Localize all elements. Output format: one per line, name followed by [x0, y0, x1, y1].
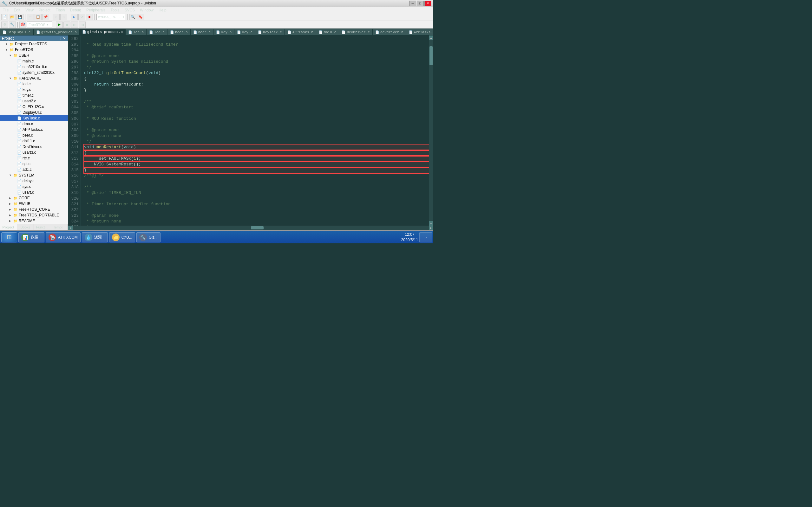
menu-window[interactable]: Window [137, 7, 156, 13]
tree-item-FWLIB[interactable]: ▶📁FWLIB [0, 201, 68, 207]
h-scroll-track[interactable] [72, 226, 429, 230]
tab-APPTasks-c-[interactable]: 📄APPTasks.c* [406, 29, 433, 35]
cut-btn[interactable]: ✂ [27, 14, 34, 20]
open-btn[interactable]: 📂 [9, 14, 16, 20]
taskbar-btn-folder[interactable]: 📁 C:\U... [109, 232, 135, 242]
menu-edit[interactable]: Edit [11, 7, 23, 13]
tree-item-dht11-c[interactable]: 📄dht11.c [0, 138, 68, 144]
tree-item-stm32f10x-it-c[interactable]: 📄stm32f10x_it.c [0, 64, 68, 70]
tree-item-spi-c[interactable]: 📄spi.c [0, 161, 68, 167]
tab-gizwits-product-c[interactable]: 📄gizwits_product.c [80, 29, 125, 35]
tree-item-beer-c[interactable]: 📄beer.c [0, 132, 68, 138]
tab-devdriver-h[interactable]: 📄devdriver.h [373, 29, 406, 35]
tree-item-CORE[interactable]: ▶📁CORE [0, 195, 68, 201]
tree-item-main-c[interactable]: 📄main.c [0, 58, 68, 64]
tree-item-OLED-I2C-c[interactable]: 📄OLED_I2C.c [0, 104, 68, 110]
menu-flash[interactable]: Flash [53, 7, 67, 13]
project-dropdown[interactable]: FreeRTOS ▾ [27, 21, 52, 28]
maximize-button[interactable]: □ [417, 1, 424, 6]
taskbar-btn-data[interactable]: 📊 数据... [18, 232, 44, 242]
show-desktop-btn[interactable]: ▭ [419, 232, 432, 242]
start-button[interactable]: ⊞ [1, 232, 17, 242]
tree-item-usart3-c[interactable]: 📄usart3.c [0, 150, 68, 155]
new-btn[interactable]: 📄 [1, 14, 8, 20]
menu-file[interactable]: File [0, 7, 11, 13]
sidebar-tab-templ[interactable]: Templ... [51, 224, 68, 230]
tab-main-c[interactable]: 📄main.c [316, 29, 339, 35]
paste-btn[interactable]: 📌 [42, 14, 49, 20]
tree-item-README[interactable]: ▶📁README [0, 218, 68, 224]
minimize-button[interactable]: ─ [409, 1, 416, 6]
tree-item-usart2-c[interactable]: 📄usart2.c [0, 98, 68, 104]
tab-gizwits-product-h[interactable]: 📄gizwits_product.h [34, 29, 80, 35]
code-lines[interactable]: * Read system time, millisecond timer * … [81, 36, 429, 226]
target-select-btn[interactable]: 🎯 [19, 21, 26, 28]
sidebar-tab-functi[interactable]: Functi... [34, 224, 51, 230]
tree-item-led-c[interactable]: 📄led.c [0, 81, 68, 87]
tb2-stop-btn[interactable]: ⏹ [63, 21, 70, 28]
tree-item-key-c[interactable]: 📄key.c [0, 87, 68, 93]
menu-project[interactable]: Project [36, 7, 53, 13]
tab-led-h[interactable]: 📄led.h [125, 29, 147, 35]
scroll-down-btn[interactable]: ▼ [429, 221, 433, 226]
taskbar-btn-xcom[interactable]: 📡 ATK XCOM [46, 232, 81, 242]
tb2-back-btn[interactable]: ⏮ [79, 21, 86, 28]
tree-item-DisplayUI-c[interactable]: 📄DisplayUI.c [0, 110, 68, 115]
tab-key-h[interactable]: 📄key.h [213, 29, 235, 35]
build-btn[interactable]: ▶ [71, 14, 78, 20]
tab-DisplayUI-c[interactable]: 📄DisplayUI.c [0, 29, 34, 35]
tree-item-sys-c[interactable]: 📄sys.c [0, 184, 68, 189]
tab-key-c[interactable]: 📄key.c [235, 29, 255, 35]
menu-help[interactable]: Help [156, 7, 169, 13]
undo-btn[interactable]: ↩ [53, 14, 60, 20]
tab-beer-c[interactable]: 📄beer.c [191, 29, 214, 35]
tree-item-usart-c[interactable]: 📄usart.c [0, 189, 68, 195]
tb2-run-btn[interactable]: ▶ [56, 21, 63, 28]
tree-item-SYSTEM[interactable]: ▼📁SYSTEM [0, 172, 68, 178]
save-btn[interactable]: 💾 [16, 14, 23, 20]
h-scroll-thumb[interactable] [251, 226, 264, 229]
tree-item-USER[interactable]: ▼📁USER [0, 53, 68, 58]
tab-led-c[interactable]: 📄led.c [147, 29, 167, 35]
sidebar-tab-books[interactable]: Books [17, 224, 34, 230]
menu-tools[interactable]: Tools [108, 7, 122, 13]
menu-debug[interactable]: Debug [67, 7, 84, 13]
tree-item-dma-c[interactable]: 📄dma.c [0, 121, 68, 127]
menu-peripherals[interactable]: Peripherals [84, 7, 108, 13]
tree-item-DevDriver-c[interactable]: 📄DevDriver.c [0, 144, 68, 150]
horizontal-scrollbar[interactable]: ◄ ► [68, 226, 433, 230]
tree-item-HARDWARE[interactable]: ▼📁HARDWARE [0, 75, 68, 81]
copy-btn[interactable]: 📋 [35, 14, 42, 20]
scroll-track[interactable] [429, 40, 433, 221]
tab-KeyTask-c[interactable]: 📄KeyTask.c [255, 29, 285, 35]
tree-item-FreeRTOS-CORE[interactable]: ▶📁FreeRTOS_CORE [0, 207, 68, 212]
tree-item-system-stm32f10x-[interactable]: 📄system_stm32f10x. [0, 70, 68, 75]
tab-DevDriver-c[interactable]: 📄DevDriver.c [339, 29, 373, 35]
tree-item-adc-c[interactable]: 📄adc.c [0, 167, 68, 172]
menu-svcs[interactable]: SVCS [122, 7, 138, 13]
close-button[interactable]: ✕ [424, 1, 432, 6]
target-dropdown[interactable]: MYDMA_En... ▾ [96, 14, 126, 20]
redo-btn[interactable]: ↪ [60, 14, 67, 20]
taskbar-btn-water[interactable]: 💧 浇灌... [82, 232, 108, 242]
menu-view[interactable]: View [23, 7, 36, 13]
right-scrollbar[interactable]: ▲ ▼ [429, 36, 433, 226]
tree-item-APPTasks-c[interactable]: 📄APPTasks.c [0, 127, 68, 132]
stop-btn[interactable]: ■ [86, 14, 93, 20]
scroll-right-btn[interactable]: ► [429, 226, 433, 230]
tb2-btn1[interactable]: ⚙ [1, 21, 8, 28]
bookmark-btn[interactable]: 🔖 [137, 14, 144, 20]
tb2-btn2[interactable]: 🔧 [9, 21, 16, 28]
sidebar-tab-project[interactable]: Project [0, 224, 17, 230]
tree-item-timer-c[interactable]: 📄timer.c [0, 93, 68, 98]
scroll-up-btn[interactable]: ▲ [429, 36, 433, 40]
tree-root[interactable]: ▼📁Project: FreeRTOS [0, 41, 68, 47]
rebuild-btn[interactable]: ⟳ [78, 14, 85, 20]
tree-item-FreeRTOS-PORTABLE[interactable]: ▶📁FreeRTOS_PORTABLE [0, 212, 68, 218]
tree-item-rtc-c[interactable]: 📄rtc.c [0, 155, 68, 161]
taskbar-btn-giz[interactable]: 🔧 Giz... [136, 232, 160, 242]
tree-item-KeyTask-c[interactable]: 📄KeyTask.c [0, 115, 68, 121]
tb2-step-btn[interactable]: ⏭ [71, 21, 78, 28]
tab-beer-h[interactable]: 📄beer.h [167, 29, 191, 35]
scroll-thumb[interactable] [429, 46, 433, 65]
